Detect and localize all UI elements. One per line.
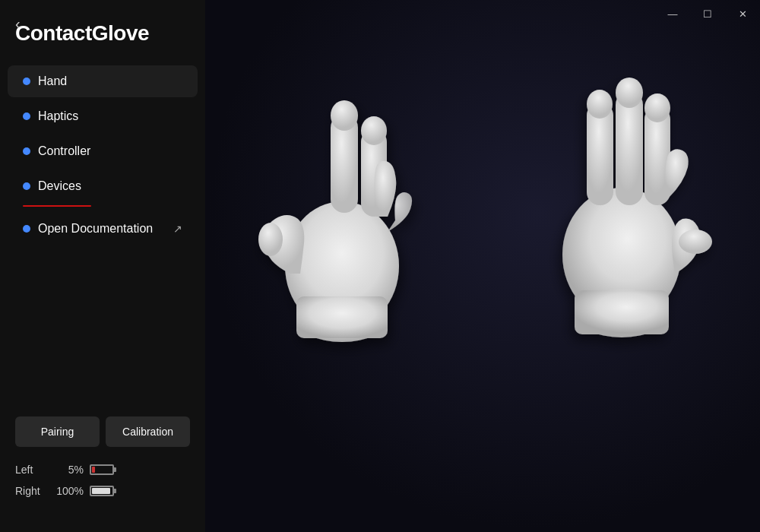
battery-left-pct: 5% [52, 464, 84, 476]
left-hand-svg [243, 38, 456, 357]
title-bar: — ☐ ✕ [205, 0, 760, 27]
right-hand-svg [509, 30, 730, 357]
sidebar-bottom: Pairing Calibration Left 5% Right 100% [0, 401, 205, 517]
sidebar-item-controller[interactable]: Controller [8, 135, 198, 167]
battery-right-row: Right 100% [8, 480, 198, 502]
svg-point-2 [331, 100, 358, 131]
sidebar-item-devices[interactable]: Devices [8, 170, 198, 210]
minimize-button[interactable]: — [655, 0, 690, 27]
hand-label: Hand [38, 74, 67, 88]
sidebar-item-hand[interactable]: Hand [8, 65, 198, 97]
svg-point-12 [616, 78, 643, 108]
external-link-icon: ↗ [173, 223, 182, 235]
controller-label: Controller [38, 144, 90, 158]
svg-point-10 [587, 90, 613, 119]
svg-rect-17 [575, 290, 669, 334]
calibration-button[interactable]: Calibration [106, 416, 190, 447]
battery-right-body [90, 486, 114, 496]
sidebar: ‹ ContactGlove Hand Haptics Controller D… [0, 0, 205, 532]
battery-right-pct: 100% [52, 485, 84, 497]
svg-rect-11 [616, 91, 643, 205]
sidebar-item-haptics[interactable]: Haptics [8, 100, 198, 132]
svg-point-15 [679, 230, 712, 254]
controller-dot [23, 147, 30, 155]
sidebar-item-docs[interactable]: Open Documentation ↗ [8, 213, 198, 245]
battery-left-icon [90, 464, 114, 475]
pairing-button[interactable]: Pairing [15, 416, 100, 447]
hand-dot [23, 78, 30, 85]
docs-label: Open Documentation [38, 222, 153, 236]
docs-dot [23, 225, 30, 233]
close-button[interactable]: ✕ [725, 0, 760, 27]
devices-underline [23, 205, 91, 207]
battery-left-row: Left 5% [8, 459, 198, 480]
app-title: ContactGlove [0, 15, 205, 64]
battery-left-fill [92, 467, 95, 473]
battery-left-body [90, 464, 114, 475]
hands-container [205, 0, 760, 532]
devices-label: Devices [38, 179, 81, 193]
haptics-label: Haptics [38, 109, 78, 123]
svg-point-5 [258, 223, 283, 256]
battery-right-label: Right [15, 485, 46, 497]
main-content [205, 0, 760, 532]
devices-dot [23, 182, 30, 190]
svg-point-4 [361, 116, 387, 145]
svg-point-14 [644, 93, 670, 122]
battery-left-label: Left [15, 464, 46, 476]
battery-right-icon [90, 486, 114, 496]
maximize-button[interactable]: ☐ [690, 0, 725, 27]
back-button[interactable]: ‹ [15, 15, 21, 33]
svg-rect-7 [296, 296, 388, 338]
action-buttons: Pairing Calibration [8, 416, 198, 447]
haptics-dot [23, 112, 30, 120]
battery-right-fill [92, 488, 110, 494]
